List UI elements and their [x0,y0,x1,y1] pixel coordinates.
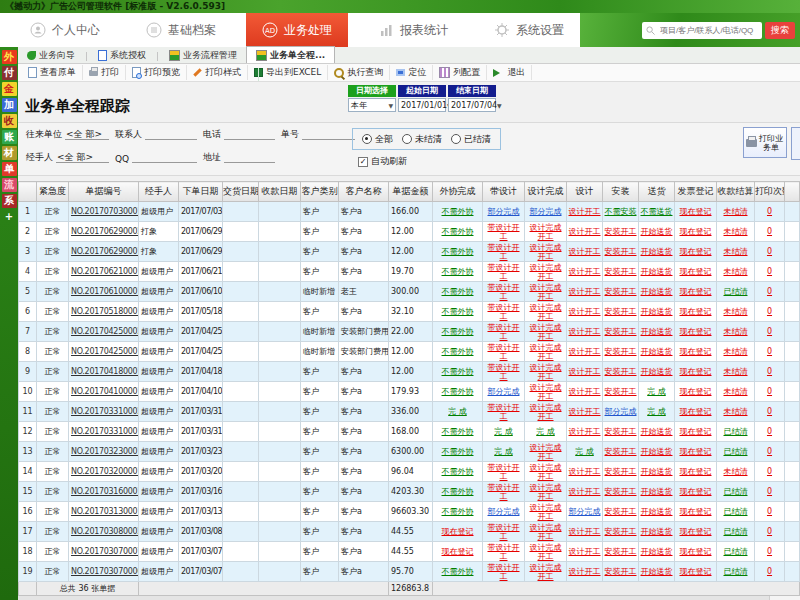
status-install[interactable]: 安装开工 [603,262,639,282]
status-design[interactable]: 设计开工 [567,242,603,262]
status-design[interactable]: 设计开工 [567,382,603,402]
order-no-link[interactable]: NO.201704180001 [69,362,139,382]
table-row[interactable]: 8正常NO.201704250001超级用户2017/04/25临时新增安装部门… [19,342,800,362]
order-no-link[interactable]: NO.201703070007 [69,542,139,562]
status-design-done[interactable]: 设计完成开工 [525,402,567,422]
status-with-design[interactable]: 部分完成 [483,382,525,402]
status-with-design[interactable]: 带设计开工 [483,482,525,502]
status-design-done[interactable]: 设计完成开工 [525,442,567,462]
status-invoice-register[interactable]: 现在登记 [675,362,717,382]
print-count-link[interactable]: 0 [755,322,785,342]
col-header[interactable]: 交货日期 [223,182,259,202]
tab-business-flow-management[interactable]: 业务流程管理 [160,48,246,63]
status-delivery[interactable]: 完 成 [639,382,675,402]
order-no-link[interactable]: NO.201703230001 [69,442,139,462]
print-count-link[interactable]: 0 [755,422,785,442]
status-design[interactable]: 设计开工 [567,562,603,582]
status-install[interactable]: 安装开工 [603,522,639,542]
print-count-link[interactable]: 0 [755,362,785,382]
col-header[interactable]: 安装 [603,182,639,202]
status-design-done[interactable]: 设计完成开工 [525,462,567,482]
tab-system-license[interactable]: 系统授权 [89,48,155,63]
status-with-design[interactable]: 带设计开工 [483,402,525,422]
status-design[interactable]: 设计开工 [567,342,603,362]
execute-query-button[interactable]: 执行查询 [328,65,390,80]
col-header[interactable]: 外协完成 [433,182,483,202]
status-install[interactable]: 安装开工 [603,222,639,242]
status-invoice-register[interactable]: 现在登记 [675,322,717,342]
status-outsource[interactable]: 现在登记 [433,542,483,562]
status-design-done[interactable]: 设计完成开工 [525,522,567,542]
date-preset-dropdown[interactable]: 本年▼ [348,98,396,112]
order-no-link[interactable]: NO.201706210001 [69,262,139,282]
col-header[interactable]: 客户类别 [301,182,339,202]
status-settlement[interactable]: 未结清 [717,462,755,482]
col-header[interactable]: 打印次数 [755,182,785,202]
handler-field[interactable]: <全 部> [56,151,109,163]
status-settlement[interactable]: 已结清 [717,502,755,522]
status-settlement[interactable]: 未结清 [717,382,755,402]
sidebar-item-单[interactable]: 单 [2,162,17,176]
status-with-design[interactable]: 部分完成 [483,502,525,522]
status-settlement[interactable]: 未结清 [717,222,755,242]
phone-field[interactable] [224,128,275,140]
print-count-link[interactable]: 0 [755,482,785,502]
status-delivery[interactable]: 开始送货 [639,462,675,482]
status-design[interactable]: 设计开工 [567,262,603,282]
sidebar-item-流[interactable]: 流 [2,178,17,192]
status-design[interactable]: 设计开工 [567,402,603,422]
print-preview-button[interactable]: 打印预览 [126,65,187,80]
clipped-button[interactable] [791,127,800,160]
sidebar-item-金[interactable]: 金 [2,82,17,96]
table-row[interactable]: 3正常NO.201706290001打象2017/06/29客户客户a12.00… [19,242,800,262]
print-count-link[interactable]: 0 [755,542,785,562]
status-install[interactable]: 安装开工 [603,502,639,522]
status-settlement[interactable]: 未结清 [717,402,755,422]
table-row[interactable]: 1正常NO.201707030001超级用户2017/07/03客户客户a166… [19,202,800,222]
status-outsource[interactable]: 不需外协 [433,202,483,222]
print-business-order-button[interactable]: 打印业务单 [743,127,787,158]
print-count-link[interactable]: 0 [755,562,785,582]
status-invoice-register[interactable]: 现在登记 [675,562,717,582]
print-count-link[interactable]: 0 [755,382,785,402]
status-install[interactable]: 安装开工 [603,482,639,502]
status-outsource[interactable]: 不需外协 [433,242,483,262]
status-settlement[interactable]: 未结清 [717,202,755,222]
status-invoice-register[interactable]: 现在登记 [675,222,717,242]
order-no-link[interactable]: NO.201703130001 [69,502,139,522]
horizontal-scrollbar[interactable] [18,596,800,600]
status-outsource[interactable]: 不需外协 [433,442,483,462]
sidebar-item-付[interactable]: 付 [2,66,17,80]
status-invoice-register[interactable]: 现在登记 [675,442,717,462]
status-settlement[interactable]: 未结清 [717,302,755,322]
table-row[interactable]: 16正常NO.201703130001超级用户2017/03/13客户客户a96… [19,502,800,522]
status-outsource[interactable]: 不需外协 [433,322,483,342]
status-settlement[interactable]: 未结清 [717,322,755,342]
table-row[interactable]: 19正常NO.201703070006超级用户2017/03/07客户客户a95… [19,562,800,582]
tab-order-full-tracking[interactable]: 业务单全程... [246,46,335,63]
col-header[interactable]: 送货 [639,182,675,202]
status-with-design[interactable]: 带设计开工 [483,362,525,382]
nav-report-statistics[interactable]: 报表统计 [362,13,464,47]
status-invoice-register[interactable]: 现在登记 [675,302,717,322]
table-row[interactable]: 2正常NO.201706290002打象2017/06/29客户客户a12.00… [19,222,800,242]
status-design[interactable]: 设计开工 [567,222,603,242]
status-design[interactable]: 设计开工 [567,302,603,322]
status-settlement[interactable]: 已结清 [717,442,755,462]
nav-personal-center[interactable]: 个人中心 [14,13,116,47]
print-style-button[interactable]: 打印样式 [187,65,248,80]
partner-field[interactable]: <全 部> [65,128,109,140]
col-header[interactable]: 紧急度 [37,182,69,202]
contact-field[interactable] [145,128,197,140]
status-design[interactable]: 设计开工 [567,522,603,542]
status-install[interactable]: 安装开工 [603,542,639,562]
status-settlement[interactable]: 已结清 [717,562,755,582]
table-row[interactable]: 17正常NO.201703080002超级用户2017/03/08客户客户a44… [19,522,800,542]
status-design[interactable]: 完 成 [567,442,603,462]
status-install[interactable]: 安装开工 [603,282,639,302]
status-delivery[interactable]: 开始送货 [639,482,675,502]
status-invoice-register[interactable]: 现在登记 [675,202,717,222]
order-no-link[interactable]: NO.201704250002 [69,322,139,342]
status-invoice-register[interactable]: 现在登记 [675,482,717,502]
status-delivery[interactable]: 开始送货 [639,562,675,582]
